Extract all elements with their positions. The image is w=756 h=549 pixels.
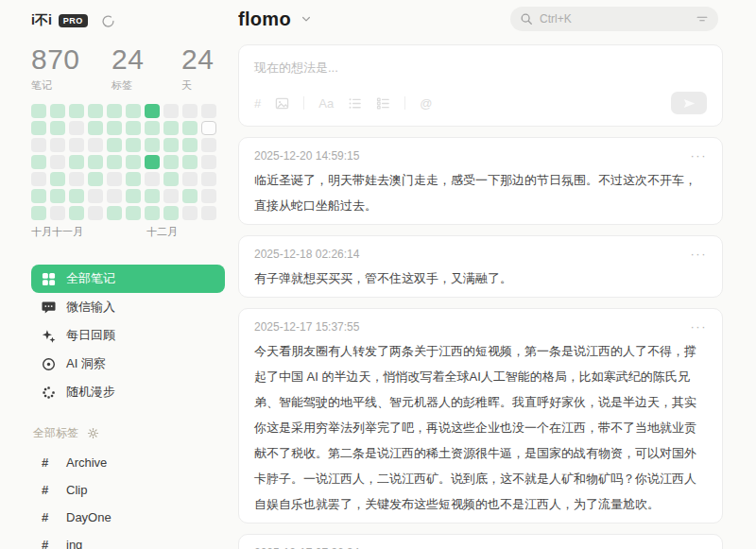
sidebar-item-label: 随机漫步 — [66, 384, 115, 401]
heatmap-cell — [163, 121, 179, 135]
heatmap-cell — [107, 155, 122, 169]
tag-label: Clip — [66, 483, 87, 497]
heatmap-cell — [69, 104, 84, 118]
hash-icon: # — [42, 538, 66, 549]
sidebar-item[interactable]: AI 洞察 — [31, 350, 225, 378]
sidebar-item[interactable]: 每日回顾 — [31, 321, 225, 350]
note-timestamp: 2025-12-17 15:37:55 — [254, 320, 359, 334]
composer-input[interactable]: 现在的想法是... — [254, 60, 707, 77]
check-list-icon[interactable] — [376, 96, 390, 111]
heatmap-cell — [69, 155, 84, 169]
sidebar-item-label: AI 洞察 — [66, 355, 106, 372]
heatmap-cell — [31, 189, 46, 203]
tag-label: ing — [66, 538, 82, 549]
heatmap-cell — [88, 104, 103, 118]
sidebar-item[interactable]: 全部笔记 — [31, 265, 225, 293]
heatmap-cell — [145, 104, 160, 118]
heatmap-cell — [201, 138, 216, 152]
stat-label: 天 — [181, 78, 214, 93]
main-panel: flomo 现在的想法是... # Aa — [238, 0, 723, 549]
sidebar-menu: 全部笔记微信输入每日回顾AI 洞察随机漫步 — [31, 265, 225, 406]
tag-item[interactable]: #DayOne — [31, 504, 225, 531]
heatmap-cell — [88, 189, 103, 203]
month-label: 十月十一月 — [31, 225, 83, 239]
sidebar: i不i PRO 870笔记24标签24天 十月十一月 十二月 全部笔记微信输入每… — [31, 0, 225, 549]
hash-icon: # — [42, 483, 66, 497]
search-bar[interactable] — [510, 7, 718, 31]
note-timestamp: 2025-12-20 14:59:15 — [254, 149, 359, 163]
heatmap-cell — [126, 206, 141, 220]
sidebar-item-label: 微信输入 — [66, 299, 115, 316]
note-content: 有子弹就想买买买，管不住这双手，又满融了。 — [254, 266, 707, 291]
text-format-icon[interactable]: Aa — [318, 96, 334, 111]
more-options-icon[interactable]: ··· — [691, 151, 708, 161]
sidebar-item[interactable]: 微信输入 — [31, 293, 225, 321]
stat-value: 24 — [181, 43, 214, 76]
bullet-list-icon[interactable] — [348, 96, 362, 111]
heatmap-cell — [50, 155, 65, 169]
toolbar-divider — [303, 96, 304, 110]
heatmap-cell — [107, 138, 122, 152]
heatmap-cell — [31, 121, 46, 135]
heatmap-cell — [107, 121, 122, 135]
hash-icon: # — [42, 455, 66, 470]
heatmap-cell — [88, 155, 103, 169]
heatmap-cell — [50, 104, 65, 118]
search-input[interactable] — [540, 12, 696, 26]
flomo-logo[interactable]: flomo — [238, 9, 291, 30]
hash-tag-icon[interactable]: # — [254, 96, 261, 111]
note-timestamp: 2025-12-18 02:26:14 — [254, 248, 359, 261]
sync-refresh-icon[interactable] — [101, 14, 115, 28]
heatmap-cell — [126, 121, 141, 135]
heatmap-cell — [145, 172, 160, 186]
stat-value: 24 — [112, 43, 181, 76]
heatmap-cell — [31, 172, 46, 186]
filter-icon[interactable] — [696, 12, 709, 26]
stats-row: 870笔记24标签24天 — [31, 43, 225, 93]
gear-icon[interactable] — [87, 427, 99, 439]
toolbar-divider — [404, 96, 405, 110]
chevron-down-icon[interactable] — [301, 13, 312, 25]
stat-block: 24标签 — [112, 43, 181, 93]
note-header: 2025-12-20 14:59:15··· — [254, 149, 707, 163]
image-icon[interactable] — [275, 96, 289, 111]
heatmap-cell — [163, 172, 179, 186]
search-icon — [520, 12, 533, 26]
stat-value: 870 — [31, 43, 112, 76]
mention-at-icon[interactable]: @ — [420, 96, 432, 111]
tag-label: Archive — [66, 455, 107, 470]
more-options-icon[interactable]: ··· — [691, 249, 708, 259]
heatmap-cell — [88, 172, 103, 186]
heatmap-cell — [50, 172, 65, 186]
stat-block: 870笔记 — [31, 43, 112, 93]
heatmap-cell — [126, 155, 141, 169]
tag-item[interactable]: #Archive — [31, 449, 225, 476]
heatmap-cell — [31, 104, 46, 118]
note-composer[interactable]: 现在的想法是... # Aa @ — [238, 44, 723, 127]
heatmap-cell — [201, 104, 216, 118]
heatmap-month-labels: 十月十一月 十二月 — [31, 225, 225, 240]
heatmap-cell — [182, 189, 198, 203]
month-label: 十二月 — [146, 225, 178, 239]
send-button[interactable] — [671, 92, 707, 114]
heatmap-cell — [69, 172, 84, 186]
heatmap-cell — [145, 206, 160, 220]
heatmap-cell — [163, 155, 179, 169]
note-content: 今天看朋友圈有人转发了两条关于江西的短视频，第一条是说江西的人了不得，撑起了中国… — [254, 338, 707, 517]
heatmap-cell — [126, 189, 141, 203]
tag-item[interactable]: #ing — [31, 531, 225, 549]
heatmap-cell — [182, 138, 198, 152]
sidebar-item[interactable]: 随机漫步 — [31, 378, 225, 406]
tag-label: DayOne — [66, 510, 112, 524]
heatmap-cell — [201, 172, 216, 186]
heatmap-cell — [201, 121, 216, 135]
heatmap-cell — [182, 206, 198, 220]
more-options-icon[interactable]: ··· — [691, 322, 708, 332]
grid-icon — [42, 272, 56, 286]
heatmap-cell — [50, 121, 65, 135]
heatmap-cell — [145, 189, 160, 203]
heatmap-cell — [182, 155, 198, 169]
note-header: 2025-12-18 02:26:14··· — [254, 248, 707, 261]
heatmap-cell — [201, 189, 216, 203]
tag-item[interactable]: #Clip — [31, 476, 225, 504]
